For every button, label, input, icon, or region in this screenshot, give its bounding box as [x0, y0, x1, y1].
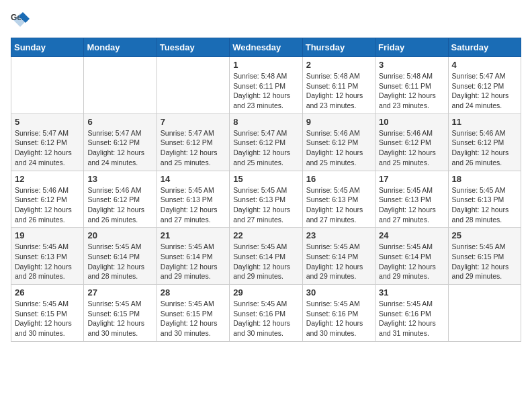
day-info: Sunrise: 5:46 AM Sunset: 6:12 PM Dayligh… — [87, 185, 152, 225]
day-number: 16 — [306, 174, 371, 184]
calendar-cell — [11, 57, 84, 114]
day-number: 31 — [379, 287, 444, 298]
calendar-cell: 24Sunrise: 5:45 AM Sunset: 6:14 PM Dayli… — [375, 228, 448, 285]
day-number: 20 — [87, 230, 152, 240]
weekday-header-friday: Friday — [375, 38, 448, 57]
day-number: 4 — [452, 60, 517, 70]
calendar-cell — [84, 57, 157, 114]
day-number: 6 — [87, 117, 152, 127]
day-number: 12 — [15, 174, 80, 184]
day-info: Sunrise: 5:48 AM Sunset: 6:11 PM Dayligh… — [233, 71, 298, 111]
week-row-4: 26Sunrise: 5:45 AM Sunset: 6:15 PM Dayli… — [11, 285, 521, 342]
calendar-cell: 23Sunrise: 5:45 AM Sunset: 6:14 PM Dayli… — [302, 228, 375, 285]
calendar-cell: 31Sunrise: 5:45 AM Sunset: 6:16 PM Dayli… — [375, 285, 448, 342]
day-number: 25 — [452, 230, 517, 240]
day-info: Sunrise: 5:45 AM Sunset: 6:15 PM Dayligh… — [452, 242, 517, 281]
day-number: 18 — [452, 174, 517, 184]
day-info: Sunrise: 5:45 AM Sunset: 6:13 PM Dayligh… — [233, 185, 298, 225]
calendar-cell: 11Sunrise: 5:46 AM Sunset: 6:12 PM Dayli… — [448, 113, 521, 171]
weekday-header-monday: Monday — [84, 38, 157, 57]
day-info: Sunrise: 5:45 AM Sunset: 6:13 PM Dayligh… — [306, 185, 371, 225]
day-info: Sunrise: 5:46 AM Sunset: 6:12 PM Dayligh… — [15, 185, 80, 225]
calendar-cell: 4Sunrise: 5:47 AM Sunset: 6:12 PM Daylig… — [448, 57, 521, 114]
calendar-header: SundayMondayTuesdayWednesdayThursdayFrid… — [11, 38, 521, 57]
day-number: 7 — [161, 117, 226, 127]
day-number: 5 — [15, 117, 80, 127]
calendar-cell: 19Sunrise: 5:45 AM Sunset: 6:13 PM Dayli… — [11, 228, 84, 285]
calendar-cell: 20Sunrise: 5:45 AM Sunset: 6:14 PM Dayli… — [84, 228, 157, 285]
calendar-cell: 16Sunrise: 5:45 AM Sunset: 6:13 PM Dayli… — [302, 171, 375, 228]
day-info: Sunrise: 5:45 AM Sunset: 6:16 PM Dayligh… — [306, 299, 371, 338]
week-row-3: 19Sunrise: 5:45 AM Sunset: 6:13 PM Dayli… — [11, 228, 521, 285]
day-info: Sunrise: 5:45 AM Sunset: 6:16 PM Dayligh… — [379, 299, 444, 338]
calendar-cell: 3Sunrise: 5:48 AM Sunset: 6:11 PM Daylig… — [375, 57, 448, 114]
calendar-cell: 18Sunrise: 5:45 AM Sunset: 6:13 PM Dayli… — [448, 171, 521, 228]
weekday-header-thursday: Thursday — [302, 38, 375, 57]
weekday-header-sunday: Sunday — [11, 38, 84, 57]
calendar-cell: 2Sunrise: 5:48 AM Sunset: 6:11 PM Daylig… — [302, 57, 375, 114]
calendar-cell: 1Sunrise: 5:48 AM Sunset: 6:11 PM Daylig… — [230, 57, 302, 114]
day-info: Sunrise: 5:47 AM Sunset: 6:12 PM Dayligh… — [161, 128, 226, 168]
day-number: 3 — [379, 60, 444, 70]
day-info: Sunrise: 5:45 AM Sunset: 6:14 PM Dayligh… — [306, 242, 371, 281]
calendar-cell: 10Sunrise: 5:46 AM Sunset: 6:12 PM Dayli… — [375, 113, 448, 171]
day-info: Sunrise: 5:45 AM Sunset: 6:13 PM Dayligh… — [379, 185, 444, 225]
calendar-cell: 12Sunrise: 5:46 AM Sunset: 6:12 PM Dayli… — [11, 171, 84, 228]
day-number: 17 — [379, 174, 444, 184]
day-number: 11 — [452, 117, 517, 127]
week-row-2: 12Sunrise: 5:46 AM Sunset: 6:12 PM Dayli… — [11, 171, 521, 228]
calendar-cell: 14Sunrise: 5:45 AM Sunset: 6:13 PM Dayli… — [157, 171, 229, 228]
day-info: Sunrise: 5:45 AM Sunset: 6:13 PM Dayligh… — [15, 242, 80, 281]
day-info: Sunrise: 5:48 AM Sunset: 6:11 PM Dayligh… — [306, 71, 371, 111]
day-number: 19 — [15, 230, 80, 240]
week-row-1: 5Sunrise: 5:47 AM Sunset: 6:12 PM Daylig… — [11, 113, 521, 171]
calendar-cell: 28Sunrise: 5:45 AM Sunset: 6:15 PM Dayli… — [157, 285, 229, 342]
calendar-cell: 15Sunrise: 5:45 AM Sunset: 6:13 PM Dayli… — [230, 171, 302, 228]
day-info: Sunrise: 5:45 AM Sunset: 6:15 PM Dayligh… — [161, 299, 226, 338]
calendar-cell: 8Sunrise: 5:47 AM Sunset: 6:12 PM Daylig… — [230, 113, 302, 171]
day-number: 10 — [379, 117, 444, 127]
day-info: Sunrise: 5:48 AM Sunset: 6:11 PM Dayligh… — [379, 71, 444, 111]
day-number: 21 — [161, 230, 226, 240]
day-number: 30 — [306, 287, 371, 298]
header: Gen — [11, 11, 521, 30]
day-info: Sunrise: 5:45 AM Sunset: 6:13 PM Dayligh… — [161, 185, 226, 225]
day-number: 15 — [233, 174, 298, 184]
logo: Gen — [11, 11, 32, 30]
calendar-cell: 5Sunrise: 5:47 AM Sunset: 6:12 PM Daylig… — [11, 113, 84, 171]
day-info: Sunrise: 5:45 AM Sunset: 6:14 PM Dayligh… — [233, 242, 298, 281]
calendar-cell: 9Sunrise: 5:46 AM Sunset: 6:12 PM Daylig… — [302, 113, 375, 171]
day-number: 13 — [87, 174, 152, 184]
calendar-body: 1Sunrise: 5:48 AM Sunset: 6:11 PM Daylig… — [11, 57, 521, 342]
day-info: Sunrise: 5:45 AM Sunset: 6:14 PM Dayligh… — [161, 242, 226, 281]
calendar-cell — [448, 285, 521, 342]
calendar-cell: 17Sunrise: 5:45 AM Sunset: 6:13 PM Dayli… — [375, 171, 448, 228]
day-info: Sunrise: 5:45 AM Sunset: 6:14 PM Dayligh… — [87, 242, 152, 281]
day-number: 28 — [161, 287, 226, 298]
calendar-cell: 7Sunrise: 5:47 AM Sunset: 6:12 PM Daylig… — [157, 113, 229, 171]
day-number: 14 — [161, 174, 226, 184]
day-info: Sunrise: 5:46 AM Sunset: 6:12 PM Dayligh… — [379, 128, 444, 168]
day-info: Sunrise: 5:47 AM Sunset: 6:12 PM Dayligh… — [452, 71, 517, 111]
day-info: Sunrise: 5:45 AM Sunset: 6:13 PM Dayligh… — [452, 185, 517, 225]
day-number: 24 — [379, 230, 444, 240]
day-number: 9 — [306, 117, 371, 127]
logo-icon: Gen — [11, 11, 30, 30]
calendar-cell: 21Sunrise: 5:45 AM Sunset: 6:14 PM Dayli… — [157, 228, 229, 285]
day-info: Sunrise: 5:45 AM Sunset: 6:14 PM Dayligh… — [379, 242, 444, 281]
calendar-cell: 6Sunrise: 5:47 AM Sunset: 6:12 PM Daylig… — [84, 113, 157, 171]
week-row-0: 1Sunrise: 5:48 AM Sunset: 6:11 PM Daylig… — [11, 57, 521, 114]
day-info: Sunrise: 5:45 AM Sunset: 6:15 PM Dayligh… — [15, 299, 80, 338]
day-info: Sunrise: 5:47 AM Sunset: 6:12 PM Dayligh… — [87, 128, 152, 168]
calendar: SundayMondayTuesdayWednesdayThursdayFrid… — [11, 38, 521, 342]
day-info: Sunrise: 5:47 AM Sunset: 6:12 PM Dayligh… — [15, 128, 80, 168]
calendar-cell: 29Sunrise: 5:45 AM Sunset: 6:16 PM Dayli… — [230, 285, 302, 342]
day-number: 23 — [306, 230, 371, 240]
day-info: Sunrise: 5:47 AM Sunset: 6:12 PM Dayligh… — [233, 128, 298, 168]
day-info: Sunrise: 5:45 AM Sunset: 6:16 PM Dayligh… — [233, 299, 298, 338]
calendar-cell: 13Sunrise: 5:46 AM Sunset: 6:12 PM Dayli… — [84, 171, 157, 228]
weekday-header-saturday: Saturday — [448, 38, 521, 57]
day-info: Sunrise: 5:46 AM Sunset: 6:12 PM Dayligh… — [306, 128, 371, 168]
weekday-header-wednesday: Wednesday — [230, 38, 302, 57]
day-number: 29 — [233, 287, 298, 298]
